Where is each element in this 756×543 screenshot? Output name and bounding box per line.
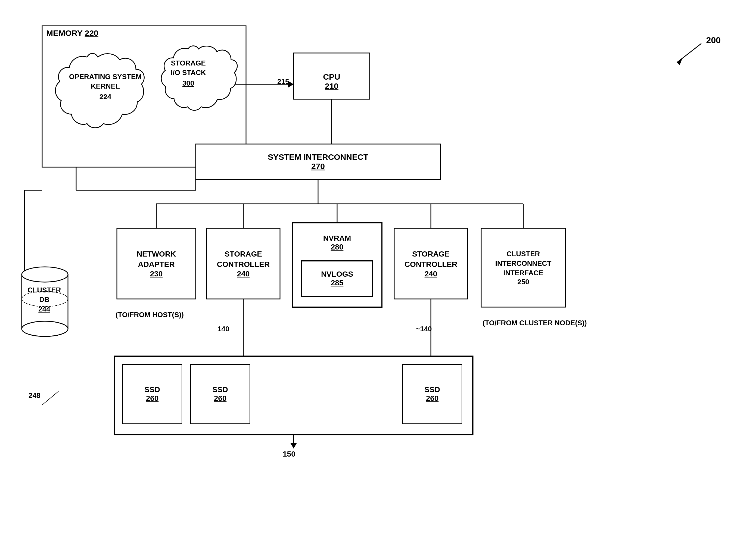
ref-200-label: 200 bbox=[706, 35, 721, 45]
nvlogs-label: NVLOGS 285 bbox=[302, 261, 372, 296]
storage-controller-left-label: STORAGECONTROLLER 240 bbox=[207, 228, 280, 299]
conn-248-label: 248 bbox=[29, 391, 40, 400]
os-kernel-label: OPERATING SYSTEM KERNEL 224 bbox=[63, 72, 148, 102]
conn-150-label: 150 bbox=[283, 450, 295, 458]
paren-host-label: (TO/FROM HOST(S)) bbox=[116, 310, 184, 320]
conn-215-label: 215 bbox=[277, 77, 289, 86]
ssd1-box: SSD 260 bbox=[122, 364, 182, 424]
nvram-label: NVRAM 280 bbox=[292, 223, 382, 262]
conn-140-right-label: ~140 bbox=[416, 325, 432, 333]
system-interconnect-label: SYSTEM INTERCONNECT 270 bbox=[196, 144, 440, 179]
cpu-label: CPU 210 bbox=[294, 58, 370, 105]
cluster-interconnect-label: CLUSTERINTERCONNECTINTERFACE 250 bbox=[481, 228, 565, 307]
storage-io-stack-label: STORAGEI/O STACK 300 bbox=[171, 58, 206, 88]
ssd2-box: SSD 260 bbox=[190, 364, 250, 424]
diagram: 200 MEMORY 220 OPERATING SYSTEM KERNEL 2… bbox=[0, 0, 756, 543]
ssd3-box: SSD 260 bbox=[402, 364, 462, 424]
storage-controller-right-label: STORAGECONTROLLER 240 bbox=[394, 228, 468, 299]
cluster-db-label: CLUSTERDB 244 bbox=[21, 285, 67, 314]
svg-point-44 bbox=[22, 267, 68, 282]
svg-marker-38 bbox=[290, 443, 297, 448]
memory-label: MEMORY 220 bbox=[46, 29, 98, 38]
conn-140-left-label: 140 bbox=[217, 325, 229, 333]
network-adapter-label: NETWORKADAPTER 230 bbox=[117, 228, 196, 299]
os-kernel-cloud: OPERATING SYSTEM KERNEL 224 bbox=[48, 49, 148, 142]
svg-line-0 bbox=[677, 43, 701, 63]
storage-io-stack-cloud: STORAGEI/O STACK 300 bbox=[158, 42, 239, 119]
svg-point-45 bbox=[22, 321, 68, 336]
svg-line-42 bbox=[42, 391, 58, 405]
paren-cluster-label: (TO/FROM CLUSTER NODE(S)) bbox=[483, 318, 587, 328]
